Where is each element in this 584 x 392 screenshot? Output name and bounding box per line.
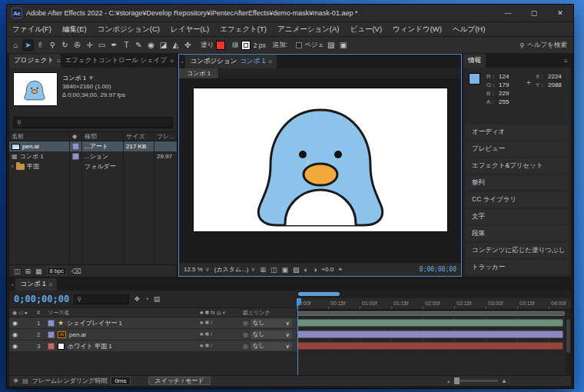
viewer-timecode[interactable]: 0;00;00;00	[420, 266, 456, 273]
shape-tool-icon[interactable]: ▭	[96, 39, 108, 51]
tab-info[interactable]: 情報	[463, 54, 486, 68]
pan-behind-tool-icon[interactable]: ✛	[84, 39, 95, 51]
interpret-footage-icon[interactable]: ◫	[14, 267, 21, 275]
column-label-icon[interactable]: ◆	[69, 132, 81, 141]
eye-icon[interactable]: ◉	[9, 320, 37, 327]
selection-tool-icon[interactable]: ➤	[22, 39, 34, 51]
resolution-dropdown[interactable]: (カスタム...)∨	[214, 265, 256, 274]
bezier-checkbox[interactable]	[296, 42, 302, 48]
panel-align[interactable]: 整列	[466, 175, 569, 190]
caret-down-icon[interactable]: ▼	[88, 75, 94, 81]
graph-editor-icon[interactable]: ▤	[154, 295, 161, 303]
panel-preview[interactable]: プレビュー	[466, 141, 569, 156]
timeline-search-input[interactable]	[84, 296, 126, 303]
parent-link-header[interactable]: 親とリンク	[243, 309, 297, 317]
zoom-level-dropdown[interactable]: 12.5 %∨	[184, 266, 210, 273]
bezier-toggle[interactable]: ペジェ	[296, 41, 324, 50]
project-item-pen-ai[interactable]: pen.ai ...アート 217 KB	[9, 141, 177, 151]
panel-content-aware-fill[interactable]: コンテンツに応じた塗りつぶし	[466, 243, 569, 257]
parent-dropdown[interactable]: なし∨	[251, 331, 292, 339]
project-item-folder[interactable]: ›平面 フォルダー	[9, 161, 177, 171]
composition-canvas[interactable]	[194, 88, 447, 231]
new-composition-icon[interactable]: ▦	[35, 267, 42, 275]
column-fps[interactable]: フレ...	[154, 132, 177, 141]
grid-options-icon[interactable]: ⊞	[260, 266, 266, 274]
mask-option-icon[interactable]: ▣	[337, 39, 349, 51]
channel-show-icon[interactable]: ◐	[304, 266, 307, 274]
camera-tool-icon[interactable]: ✇	[71, 39, 83, 51]
panel-cc-libraries[interactable]: CC ライブラリ	[466, 192, 569, 207]
layer-label-swatch[interactable]	[48, 331, 55, 338]
label-color-swatch[interactable]	[72, 153, 79, 160]
zoom-tool-icon[interactable]: ⚲	[47, 39, 58, 51]
hand-tool-icon[interactable]: ✌	[35, 39, 46, 51]
panel-effects-presets[interactable]: エフェクト&プリセット	[466, 158, 569, 173]
current-time-display[interactable]: 0;00;00;00	[14, 294, 69, 304]
layer-duration-bar-pen-ai[interactable]	[297, 331, 563, 338]
layer-switches[interactable]: ♣ ✱ /	[200, 320, 243, 326]
mask-visibility-icon[interactable]: ◫	[270, 266, 277, 274]
pen-tool-icon[interactable]: ✒	[108, 39, 120, 51]
switch-mode-button[interactable]: スイッチ / モード	[148, 377, 211, 385]
tab-composition[interactable]: コンポジション コンポ 1 ≡	[185, 55, 277, 68]
zoom-slider-thumb[interactable]	[454, 377, 460, 384]
layer-row-shape[interactable]: ◉ 1 ★ シェイプレイヤー 1 ♣ ✱ / ◎ なし∨	[9, 317, 297, 329]
puppet-tool-icon[interactable]: ✜	[182, 39, 194, 51]
clone-stamp-tool-icon[interactable]: ◉	[145, 39, 157, 51]
parent-dropdown[interactable]: なし∨	[251, 319, 292, 327]
help-search[interactable]: ⚲ ヘルプを検索	[519, 41, 570, 50]
brush-tool-icon[interactable]: ✎	[133, 39, 144, 51]
menu-animation[interactable]: アニメーション(A)	[272, 25, 345, 35]
type-tool-icon[interactable]: T	[121, 39, 132, 51]
performance-icon[interactable]: ▤	[22, 377, 28, 384]
menu-layer[interactable]: レイヤー(L)	[165, 25, 214, 35]
draft-3d-icon[interactable]: ◔	[144, 295, 148, 303]
eye-icon[interactable]: ◉	[9, 331, 37, 338]
tab-overflow-icon[interactable]: »	[167, 54, 177, 68]
parent-dropdown[interactable]: なし∨	[251, 342, 292, 350]
layer-label-swatch[interactable]	[48, 343, 55, 350]
roto-brush-tool-icon[interactable]: ◭	[170, 39, 181, 51]
panel-audio[interactable]: オーディオ	[466, 125, 569, 139]
menu-composition[interactable]: コンポジション(C)	[92, 25, 165, 35]
panel-menu-icon[interactable]: ≡	[561, 54, 571, 68]
time-navigator-handle[interactable]	[298, 292, 340, 296]
layer-name[interactable]: pen.ai	[69, 331, 86, 338]
menu-edit[interactable]: 編集(E)	[57, 25, 92, 35]
layer-label-swatch[interactable]	[48, 320, 55, 327]
project-search-input[interactable]	[25, 119, 169, 126]
layer-switches[interactable]: ♣ ✱ /	[200, 331, 243, 337]
timeline-zoom-control[interactable]: ▲ ▲	[446, 377, 507, 384]
eraser-tool-icon[interactable]: ◪	[158, 39, 169, 51]
exposure-icon[interactable]: ◑	[313, 266, 317, 274]
pickwhip-icon[interactable]: ◎	[243, 331, 248, 338]
work-area-bar[interactable]	[297, 311, 565, 316]
column-type[interactable]: 種類	[81, 132, 123, 141]
new-folder-icon[interactable]: ⊞	[25, 267, 32, 275]
zoom-in-icon[interactable]: ▲	[501, 377, 507, 384]
minimize-button[interactable]: —	[495, 5, 521, 22]
tab-timeline-comp-1[interactable]: コンポ 1 ≡	[15, 278, 57, 291]
orbit-tool-icon[interactable]: ↻	[59, 39, 71, 51]
footage-preview-thumbnail[interactable]	[14, 73, 57, 105]
column-name[interactable]: 名前	[9, 132, 69, 141]
menu-help[interactable]: ヘルプ(H)	[447, 25, 490, 35]
work-area[interactable]	[297, 310, 571, 317]
menu-file[interactable]: ファイル(F)	[7, 25, 57, 35]
menu-window[interactable]: ウィンドウ(W)	[387, 25, 447, 35]
transparency-grid-icon[interactable]: ▨	[293, 266, 300, 274]
source-name-header[interactable]: ソース名	[48, 309, 200, 317]
layer-switches[interactable]: ♣ ✱ /	[200, 343, 243, 349]
pickwhip-icon[interactable]: ◎	[243, 343, 248, 350]
zoom-out-icon[interactable]: ▲	[446, 379, 450, 384]
stroke-width-value[interactable]: 2 px	[254, 42, 266, 49]
stroke-color-swatch[interactable]	[241, 41, 251, 50]
layer-name[interactable]: ホワイト 平面 1	[68, 342, 112, 350]
tab-effect-controls[interactable]: エフェクトコントロール シェイプ ≡	[61, 54, 168, 68]
zoom-slider-track[interactable]	[453, 380, 498, 382]
home-tool-icon[interactable]: ⌂	[10, 39, 22, 51]
bit-depth[interactable]: 8 bpc	[47, 267, 67, 275]
layer-name[interactable]: シェイプレイヤー 1	[67, 319, 122, 327]
twirl-icon[interactable]: ›	[12, 163, 14, 170]
layer-duration-bar-white-solid[interactable]	[297, 342, 563, 350]
